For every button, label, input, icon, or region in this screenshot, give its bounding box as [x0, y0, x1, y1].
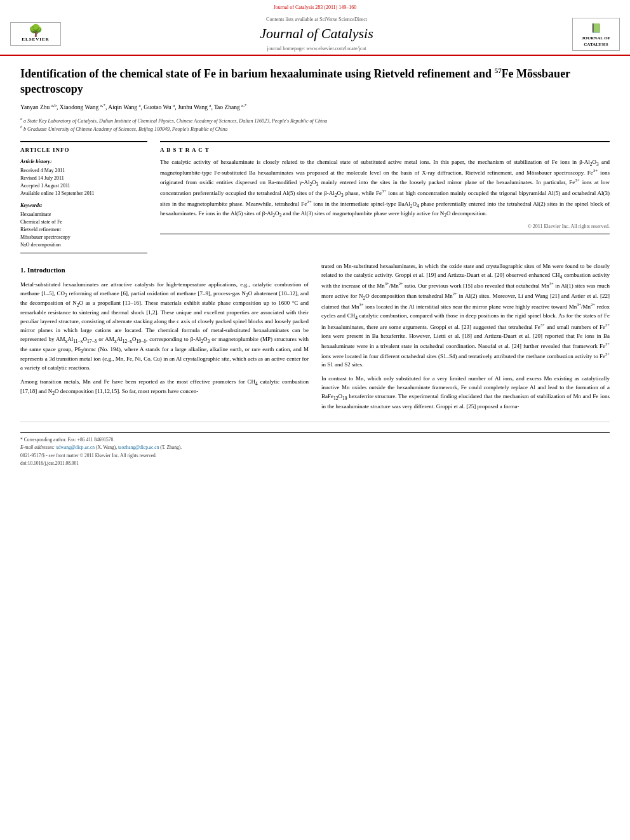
- body-col-left: 1. Introduction Metal-substituted hexaal…: [20, 262, 309, 417]
- intro-paragraph-2: Among transition metals, Mn and Fe have …: [20, 378, 309, 397]
- email-xwang-name: (X. Wang),: [96, 444, 118, 450]
- page-header: Journal of Catalysis 283 (2011) 149–160 …: [0, 0, 630, 56]
- abstract-text: The catalytic activity of hexaaluminate …: [160, 158, 610, 220]
- journal-reference: Journal of Catalysis 283 (2011) 149–160: [0, 4, 630, 11]
- keywords-list: Hexaaluminate Chemical state of Fe Rietv…: [20, 211, 147, 249]
- article-info-col: ARTICLE INFO Article history: Received 4…: [20, 141, 147, 253]
- journal-logo-icon: 📗: [575, 22, 617, 35]
- info-abstract-section: ARTICLE INFO Article history: Received 4…: [20, 141, 610, 253]
- journal-homepage: journal homepage: www.elsevier.com/locat…: [69, 45, 565, 52]
- affiliations: a a State Key Laboratory of Catalysis, D…: [20, 116, 610, 133]
- footer-license: 0021-9517/$ - see front matter © 2011 El…: [20, 453, 610, 460]
- header-content: 🌳 ELSEVIER Contents lists available at S…: [0, 13, 630, 55]
- intro-heading: 1. Introduction: [20, 265, 309, 276]
- email-tzhang-name: (T. Zhang).: [160, 444, 182, 450]
- abstract-box: A B S T R A C T The catalytic activity o…: [160, 141, 610, 235]
- body-col-right: trated on Mn-substituted hexaaluminates,…: [321, 262, 610, 417]
- journal-logo-text: JOURNAL OFCATALYSIS: [575, 36, 617, 47]
- received-date: Received 4 May 2011: [20, 167, 147, 174]
- keywords-section: Keywords: Hexaaluminate Chemical state o…: [20, 202, 147, 248]
- body-section: 1. Introduction Metal-substituted hexaal…: [20, 262, 610, 417]
- sciencedirect-line: Contents lists available at SciVerse Sci…: [69, 16, 565, 23]
- header-center: Contents lists available at SciVerse Sci…: [69, 16, 565, 52]
- sciencedirect-text: Contents lists available at SciVerse Sci…: [266, 17, 367, 22]
- abstract-col: A B S T R A C T The catalytic activity o…: [160, 141, 610, 253]
- available-date: Available online 13 September 2011: [20, 190, 147, 197]
- intro-paragraph-3: trated on Mn-substituted hexaaluminates,…: [321, 262, 610, 370]
- journal-logo-box: 📗 JOURNAL OFCATALYSIS: [572, 18, 620, 51]
- footer-doi: doi:10.1016/j.jcat.2011.08.001: [20, 460, 610, 467]
- keyword-5: N₂O decomposition: [20, 241, 147, 249]
- page-content: Identification of the chemical state of …: [0, 56, 630, 478]
- affiliation-b: b Graduate University of Chinese Academy…: [23, 126, 227, 132]
- keyword-1: Hexaaluminate: [20, 211, 147, 218]
- email-taozhang: taozhang@dicp.ac.cn: [118, 444, 159, 450]
- abstract-heading: A B S T R A C T: [160, 146, 610, 154]
- elsevier-label: ELSEVIER: [22, 37, 49, 43]
- copyright-line: © 2011 Elsevier Inc. All rights reserved…: [160, 223, 610, 230]
- article-history-label: Article history:: [20, 158, 147, 165]
- keyword-3: Rietveld refinement: [20, 226, 147, 234]
- elsevier-tree-icon: 🌳: [29, 25, 43, 36]
- page-footer: * Corresponding author. Fax: +86 411 846…: [20, 432, 610, 467]
- footer-note-1: * Corresponding author. Fax: +86 411 846…: [20, 437, 610, 444]
- keywords-title: Keywords:: [20, 202, 147, 209]
- keyword-4: Mössbauer spectroscopy: [20, 234, 147, 241]
- keyword-2: Chemical state of Fe: [20, 218, 147, 226]
- revised-date: Revised 14 July 2011: [20, 175, 147, 182]
- accepted-date: Accepted 1 August 2011: [20, 182, 147, 189]
- article-info-heading: ARTICLE INFO: [20, 146, 147, 154]
- elsevier-logo: 🌳 ELSEVIER: [10, 22, 61, 46]
- journal-ref-text: Journal of Catalysis 283 (2011) 149–160: [274, 4, 357, 10]
- footer-divider: [20, 422, 610, 422]
- footer-note-2: E-mail addresses: xdwang@dicp.ac.cn (X. …: [20, 444, 610, 451]
- affiliation-a: a State Key Laboratory of Catalysis, Dal…: [23, 117, 327, 123]
- authors-line: Yanyan Zhu a,b, Xiaodong Wang a,*, Aiqin…: [20, 103, 610, 112]
- article-title: Identification of the chemical state of …: [20, 66, 610, 97]
- email-label: E-mail addresses:: [20, 444, 56, 450]
- article-info-box: ARTICLE INFO Article history: Received 4…: [20, 141, 147, 253]
- email-xdwang: xdwang@dicp.ac.cn: [56, 444, 95, 450]
- intro-paragraph-1: Metal-substituted hexaaluminates are att…: [20, 281, 309, 373]
- intro-paragraph-4: In contrast to Mn, which only substitute…: [321, 375, 610, 411]
- journal-title-header: Journal of Catalysis: [69, 24, 565, 44]
